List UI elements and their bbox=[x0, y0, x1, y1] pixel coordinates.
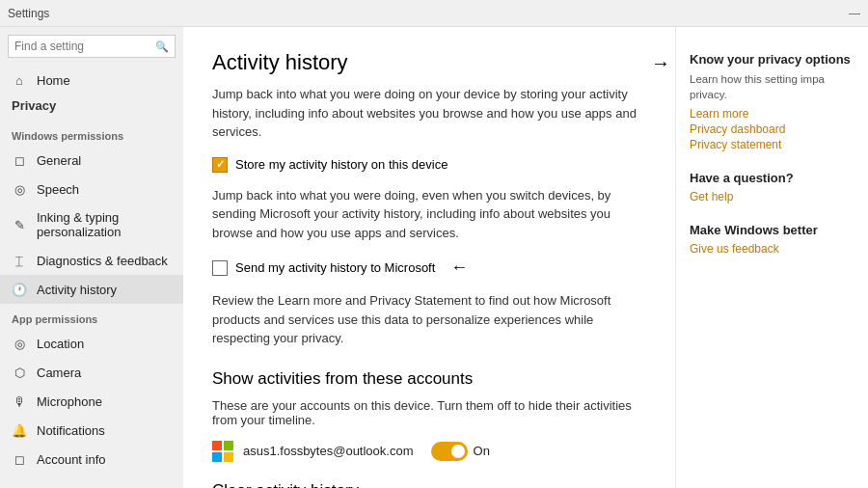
privacy-statement-link[interactable]: Privacy statement bbox=[690, 138, 854, 151]
speech-label: Speech bbox=[37, 182, 79, 197]
page-title: Activity history bbox=[212, 50, 646, 75]
ms-logo-red bbox=[212, 441, 222, 450]
page-description: Jump back into what you were doing on yo… bbox=[212, 85, 646, 142]
review-description: Review the Learn more and Privacy Statem… bbox=[212, 291, 646, 348]
sidebar-item-speech[interactable]: ◎ Speech bbox=[0, 175, 183, 203]
notifications-label: Notifications bbox=[37, 423, 105, 438]
account-toggle-container: On bbox=[431, 442, 490, 461]
account-label: Account info bbox=[37, 452, 106, 467]
account-icon: ◻ bbox=[12, 451, 27, 467]
home-icon: ⌂ bbox=[12, 72, 27, 88]
diagnostics-icon: ⌶ bbox=[12, 253, 27, 268]
accounts-description: These are your accounts on this device. … bbox=[212, 398, 646, 427]
learn-more-link[interactable]: Learn more bbox=[690, 107, 854, 121]
clear-title: Clear activity history bbox=[212, 481, 646, 489]
store-activity-label: Store my activity history on this device bbox=[235, 157, 448, 172]
sidebar-item-microphone[interactable]: 🎙 Microphone bbox=[0, 387, 183, 416]
show-activities-title: Show activities from these accounts bbox=[212, 369, 646, 389]
send-activity-checkbox[interactable] bbox=[212, 260, 228, 276]
main-content: Activity history Jump back into what you… bbox=[183, 27, 675, 488]
sidebar-item-location[interactable]: ◎ Location bbox=[0, 329, 183, 358]
minimize-button[interactable]: — bbox=[849, 7, 860, 20]
account-email: asus1.fossbytes@outlook.com bbox=[243, 444, 414, 458]
home-label: Home bbox=[37, 73, 70, 88]
windows-better-section: Make Windows better Give us feedback bbox=[690, 223, 854, 256]
store-activity-checkbox[interactable] bbox=[212, 157, 228, 173]
general-label: General bbox=[37, 153, 81, 168]
search-icon: 🔍 bbox=[155, 41, 169, 53]
privacy-label: Privacy bbox=[0, 95, 183, 121]
camera-icon: ⬡ bbox=[12, 365, 27, 380]
activity-icon: 🕐 bbox=[12, 282, 27, 297]
activity-label: Activity history bbox=[37, 283, 117, 297]
toggle-thumb bbox=[451, 445, 465, 458]
location-label: Location bbox=[37, 337, 84, 351]
sidebar-item-general[interactable]: ◻ General bbox=[0, 146, 183, 175]
diagnostics-label: Diagnostics & feedback bbox=[37, 254, 168, 268]
app-permissions-label: App permissions bbox=[0, 304, 183, 329]
search-container[interactable]: 🔍 bbox=[8, 35, 176, 58]
microphone-icon: 🎙 bbox=[12, 393, 27, 409]
speech-icon: ◎ bbox=[12, 181, 27, 197]
general-icon: ◻ bbox=[12, 152, 27, 168]
sidebar-item-account[interactable]: ◻ Account info bbox=[0, 445, 183, 474]
know-privacy-desc: Learn how this setting impa privacy. bbox=[690, 71, 854, 102]
know-privacy-title: Know your privacy options bbox=[690, 52, 854, 67]
account-row: asus1.fossbytes@outlook.com On bbox=[212, 441, 646, 462]
notifications-icon: 🔔 bbox=[12, 422, 27, 438]
store-activity-row: Store my activity history on this device bbox=[212, 157, 646, 173]
right-panel: → Know your privacy options Learn how th… bbox=[675, 27, 868, 488]
sidebar-item-home[interactable]: ⌂ Home bbox=[0, 66, 183, 95]
ms-logo-green bbox=[224, 441, 233, 450]
inking-icon: ✎ bbox=[12, 217, 27, 232]
section-description: Jump back into what you were doing, even… bbox=[212, 186, 646, 243]
know-privacy-section: Know your privacy options Learn how this… bbox=[690, 52, 854, 151]
privacy-dashboard-link[interactable]: Privacy dashboard bbox=[690, 122, 854, 136]
microphone-label: Microphone bbox=[37, 394, 102, 409]
windows-permissions-label: Windows permissions bbox=[0, 121, 183, 146]
sidebar-item-activity[interactable]: 🕐 Activity history bbox=[0, 275, 183, 304]
get-help-link[interactable]: Get help bbox=[690, 190, 854, 203]
sidebar: 🔍 ⌂ Home Privacy Windows permissions ◻ G… bbox=[0, 27, 183, 488]
arrow-right-panel: → bbox=[651, 52, 670, 74]
sidebar-item-camera[interactable]: ⬡ Camera bbox=[0, 358, 183, 387]
send-activity-row: Send my activity history to Microsoft ← bbox=[212, 258, 646, 278]
ms-logo-blue bbox=[212, 452, 222, 462]
question-section: Have a question? Get help bbox=[690, 171, 854, 203]
windows-better-title: Make Windows better bbox=[690, 223, 854, 237]
give-feedback-link[interactable]: Give us feedback bbox=[690, 242, 854, 256]
sidebar-item-diagnostics[interactable]: ⌶ Diagnostics & feedback bbox=[0, 246, 183, 275]
title-bar: Settings — bbox=[0, 0, 868, 27]
location-icon: ◎ bbox=[12, 336, 27, 351]
toggle-label: On bbox=[474, 444, 490, 458]
sidebar-item-inking[interactable]: ✎ Inking & typing personalization bbox=[0, 203, 183, 246]
microsoft-logo bbox=[212, 441, 233, 462]
question-title: Have a question? bbox=[690, 171, 854, 185]
inking-label: Inking & typing personalization bbox=[37, 210, 172, 239]
app-body: 🔍 ⌂ Home Privacy Windows permissions ◻ G… bbox=[0, 27, 868, 488]
send-activity-label: Send my activity history to Microsoft bbox=[235, 260, 435, 275]
search-input[interactable] bbox=[14, 40, 153, 53]
camera-label: Camera bbox=[37, 366, 81, 380]
sidebar-item-notifications[interactable]: 🔔 Notifications bbox=[0, 416, 183, 445]
account-toggle[interactable] bbox=[431, 442, 468, 461]
app-title: Settings bbox=[8, 7, 49, 20]
arrow-send-indicator: ← bbox=[450, 258, 468, 278]
ms-logo-yellow bbox=[224, 452, 233, 462]
